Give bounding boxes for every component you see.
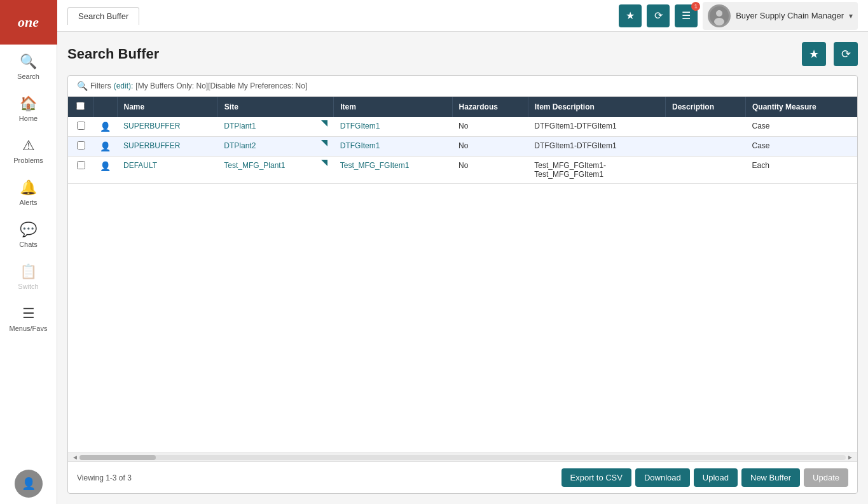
name-link[interactable]: DEFAULT [123,161,157,170]
item-link[interactable]: DTFGItem1 [340,122,380,130]
sidebar-item-search[interactable]: 🔍 Search [0,45,57,87]
table-row: 👤SUPERBUFFERDTPlant2DTFGItem1NoDTFGItem1… [68,137,857,157]
content-box: 🔍 Filters (edit): [My Buffers Only: No][… [67,75,858,494]
app-logo[interactable]: one [0,0,57,45]
table-body: 👤SUPERBUFFERDTPlant1DTFGItem1NoDTFGItem1… [68,117,857,184]
favorite-button[interactable]: ★ [619,4,642,27]
export-csv-button[interactable]: Export to CSV [561,468,631,487]
sidebar-item-label: Alerts [19,199,37,206]
topbar: Search Buffer ★ ⟳ ☰ 1 Buyer Supply Chain… [57,0,868,32]
results-table: Name Site Item Hazardous Item Descriptio… [68,97,857,184]
footer-buttons: Export to CSV Download Upload New Buffer… [561,468,848,487]
refresh-icon: ⟳ [841,47,851,61]
table-header-row: Name Site Item Hazardous Item Descriptio… [68,97,857,117]
row-type-icon: 👤 [100,141,111,151]
sidebar-item-alerts[interactable]: 🔔 Alerts [0,171,57,213]
filters-label: Filters [90,81,111,90]
avatar-icon: 👤 [22,477,36,491]
select-all-checkbox[interactable] [76,102,85,110]
update-button[interactable]: Update [804,468,848,487]
row-type-icon: 👤 [100,161,111,171]
site-link[interactable]: DTPlant1 [224,122,256,130]
hazardous-cell: No [452,117,528,137]
sidebar-item-chats[interactable]: 💬 Chats [0,213,57,255]
site-link[interactable]: Test_MFG_Plant1 [224,161,285,170]
row-checkbox[interactable] [77,141,85,150]
corner-marker-icon [321,140,327,146]
sidebar-item-label: Menus/Favs [10,325,48,332]
page-area: Search Buffer ★ ⟳ 🔍 Filters (edit): [My … [57,32,868,504]
table-footer: Viewing 1-3 of 3 Export to CSV Download … [68,461,857,493]
page-header: Search Buffer ★ ⟳ [67,42,858,66]
star-icon: ★ [809,47,819,61]
upload-button[interactable]: Upload [694,468,738,487]
chevron-down-icon: ▾ [849,11,853,20]
warning-icon: ⚠ [22,137,35,154]
sidebar-item-label: Switch [18,283,38,290]
col-header-checkbox [68,97,93,117]
table-container: Name Site Item Hazardous Item Descriptio… [68,97,857,452]
scroll-left-arrow[interactable]: ◄ [71,454,79,461]
hazardous-cell: No [452,137,528,157]
col-header-item: Item [334,97,452,117]
refresh-icon: ⟳ [654,10,663,22]
corner-marker-icon [321,120,327,127]
site-link[interactable]: DTPlant2 [224,141,256,150]
filters-text: [My Buffers Only: No][Disable My Prefere… [135,81,307,90]
sidebar-item-label: Search [17,73,39,80]
sidebar: one 🔍 Search 🏠 Home ⚠ Problems 🔔 Alerts … [0,0,57,504]
sidebar-item-label: Problems [13,157,43,164]
switch-icon: 📋 [20,263,37,280]
col-header-name: Name [117,97,217,117]
bell-icon: 🔔 [20,179,37,196]
user-menu[interactable]: Buyer Supply Chain Manager ▾ [703,2,858,30]
avatar-image [710,6,729,25]
col-header-site: Site [217,97,333,117]
new-buffer-button[interactable]: New Buffer [741,468,800,487]
avatar [708,4,731,27]
item-link[interactable]: DTFGItem1 [340,141,380,150]
download-button[interactable]: Download [635,468,690,487]
main-content: Search Buffer ★ ⟳ ☰ 1 Buyer Supply Chain… [57,0,868,504]
horizontal-scrollbar[interactable]: ◄ ► [68,452,857,461]
notification-badge: 1 [691,2,700,11]
col-header-quantity-measure: Quantity Measure [745,97,857,117]
sidebar-item-label: Chats [19,241,38,248]
page-title: Search Buffer [67,46,794,62]
page-refresh-button[interactable]: ⟳ [834,42,858,66]
hazardous-cell: No [452,157,528,184]
notifications-button[interactable]: ☰ 1 [675,4,698,27]
refresh-button[interactable]: ⟳ [647,4,670,27]
page-favorite-button[interactable]: ★ [802,42,826,66]
col-header-item-description: Item Description [528,97,665,117]
filters-bar: 🔍 Filters (edit): [My Buffers Only: No][… [68,76,857,97]
viewing-count: Viewing 1-3 of 3 [77,473,132,482]
sidebar-item-label: Home [19,115,38,122]
scroll-track[interactable] [79,455,846,460]
search-icon: 🔍 [20,53,37,70]
name-link[interactable]: SUPERBUFFER [123,141,180,150]
home-icon: 🏠 [20,95,37,112]
description-cell [666,117,746,137]
scroll-right-arrow[interactable]: ► [846,454,855,461]
sidebar-item-menus[interactable]: ☰ Menus/Favs [0,297,57,339]
name-link[interactable]: SUPERBUFFER [123,122,180,130]
filters-edit-link[interactable]: (edit): [114,81,134,90]
item-link[interactable]: Test_MFG_FGItem1 [340,161,410,170]
star-icon: ★ [626,10,635,22]
row-checkbox[interactable] [77,122,85,130]
sidebar-item-switch[interactable]: 📋 Switch [0,255,57,297]
table-row: 👤DEFAULTTest_MFG_Plant1Test_MFG_FGItem1N… [68,157,857,184]
item-description-cell: DTFGItem1-DTFGItem1 [528,117,665,137]
logo-text: one [18,14,39,31]
active-tab[interactable]: Search Buffer [67,7,139,25]
corner-marker-icon [321,160,327,166]
scroll-thumb[interactable] [79,455,156,460]
sidebar-item-home[interactable]: 🏠 Home [0,87,57,129]
quantity-measure-cell: Case [745,117,857,137]
sidebar-user-avatar[interactable]: 👤 [15,470,43,498]
sidebar-item-problems[interactable]: ⚠ Problems [0,129,57,171]
description-cell [666,137,746,157]
col-header-icon [93,97,117,117]
row-checkbox[interactable] [77,161,85,169]
